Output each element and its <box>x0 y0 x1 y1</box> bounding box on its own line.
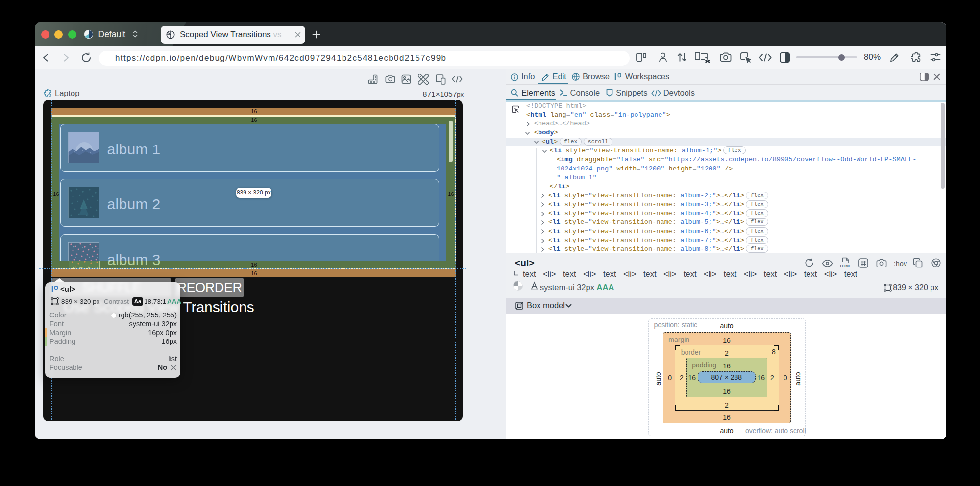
svg-text:HTML: HTML <box>840 264 851 268</box>
